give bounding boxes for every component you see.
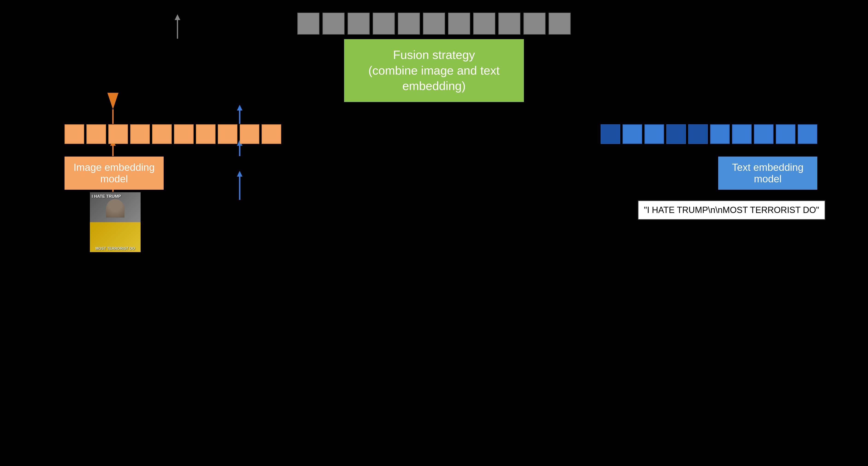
txt-block-2 [623, 124, 642, 144]
gray-block-1 [298, 13, 319, 35]
fusion-title-line2: (combine image and text embedding) [349, 63, 519, 94]
img-block-7 [196, 124, 216, 144]
gray-block-5 [398, 13, 420, 35]
gray-block-9 [499, 13, 521, 35]
image-embedding-model-box: Image embedding model [65, 157, 164, 190]
fusion-topblocks-arrowhead [175, 14, 180, 20]
gray-block-11 [549, 13, 571, 35]
txt-block-3 [645, 124, 664, 144]
top-gray-blocks [298, 13, 571, 35]
txt-block-1 [601, 124, 620, 144]
txt-fusion-arrowhead [237, 105, 243, 110]
gray-block-3 [348, 13, 370, 35]
txt-block-4 [666, 124, 686, 144]
fusion-strategy-box: Fusion strategy (combine image and text … [344, 39, 524, 102]
caption-txtmodel-arrowhead [237, 171, 243, 176]
person-figure [106, 199, 124, 218]
meme-image: I HATE TRUMP MOST TERRORIST DO [90, 192, 141, 252]
diagram-container: Fusion strategy (combine image and text … [0, 0, 868, 466]
txt-block-10 [798, 124, 817, 144]
text-caption-content: "I HATE TRUMP\n\nMOST TERRORIST DO" [644, 205, 819, 215]
img-block-5 [152, 124, 172, 144]
text-embedding-blocks [601, 124, 817, 144]
img-block-3 [108, 124, 128, 144]
gray-block-6 [423, 13, 445, 35]
meme-top-text: I HATE TRUMP [92, 194, 121, 199]
text-model-label: Text embedding model [732, 162, 804, 185]
img-block-1 [65, 124, 84, 144]
img-block-2 [87, 124, 106, 144]
gray-block-10 [524, 13, 546, 35]
gray-block-2 [323, 13, 345, 35]
img-block-4 [130, 124, 150, 144]
meme-bottom-half: MOST TERRORIST DO [90, 222, 141, 252]
text-embedding-model-box: Text embedding model [718, 157, 817, 190]
img-block-9 [240, 124, 259, 144]
img-block-8 [218, 124, 238, 144]
img-block-6 [174, 124, 194, 144]
text-caption-box: "I HATE TRUMP\n\nMOST TERRORIST DO" [638, 200, 825, 220]
txt-block-9 [776, 124, 796, 144]
txt-block-5 [688, 124, 708, 144]
gray-block-4 [373, 13, 395, 35]
gray-block-8 [473, 13, 495, 35]
image-model-label: Image embedding model [73, 162, 155, 185]
txt-block-7 [732, 124, 752, 144]
gray-block-7 [448, 13, 470, 35]
image-embedding-blocks [65, 124, 281, 144]
img-block-10 [261, 124, 281, 144]
fusion-title-line1: Fusion strategy [349, 47, 519, 63]
meme-top-half: I HATE TRUMP [90, 192, 141, 222]
txt-block-6 [710, 124, 730, 144]
txt-block-8 [754, 124, 774, 144]
meme-bottom-text: MOST TERRORIST DO [95, 246, 135, 251]
